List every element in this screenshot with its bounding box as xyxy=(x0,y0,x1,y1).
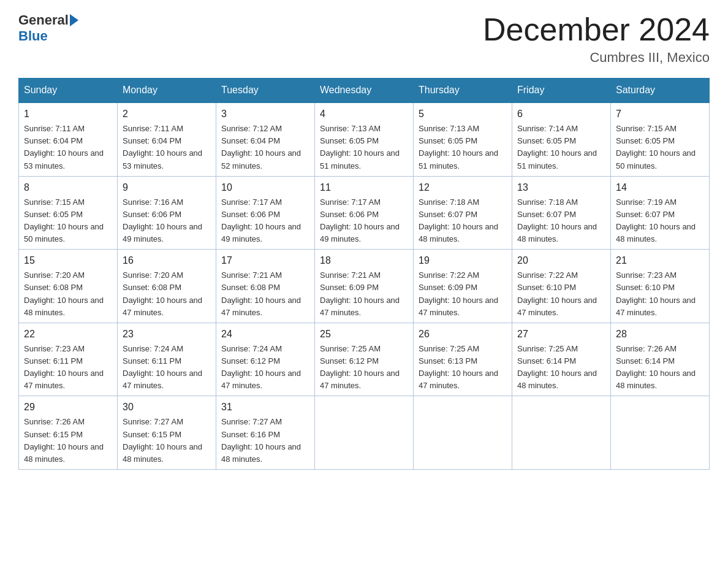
day-info: Sunrise: 7:18 AMSunset: 6:07 PMDaylight:… xyxy=(517,196,605,246)
header-monday: Monday xyxy=(118,79,216,103)
day-info: Sunrise: 7:17 AMSunset: 6:06 PMDaylight:… xyxy=(320,196,408,246)
day-info: Sunrise: 7:13 AMSunset: 6:05 PMDaylight:… xyxy=(320,123,408,172)
day-number: 22 xyxy=(24,327,112,342)
calendar-day-cell: 27Sunrise: 7:25 AMSunset: 6:14 PMDayligh… xyxy=(512,323,611,396)
calendar-week-row: 15Sunrise: 7:20 AMSunset: 6:08 PMDayligh… xyxy=(19,250,710,323)
calendar-week-row: 8Sunrise: 7:15 AMSunset: 6:05 PMDaylight… xyxy=(19,176,710,250)
logo-blue-text: Blue xyxy=(18,28,48,44)
day-number: 14 xyxy=(616,180,704,195)
day-number: 16 xyxy=(123,253,211,268)
calendar-day-cell: 14Sunrise: 7:19 AMSunset: 6:07 PMDayligh… xyxy=(611,176,710,250)
calendar-week-row: 1Sunrise: 7:11 AMSunset: 6:04 PMDaylight… xyxy=(19,102,710,176)
day-info: Sunrise: 7:15 AMSunset: 6:05 PMDaylight:… xyxy=(616,123,704,172)
calendar-day-cell: 4Sunrise: 7:13 AMSunset: 6:05 PMDaylight… xyxy=(315,102,414,176)
day-number: 31 xyxy=(221,400,309,415)
day-info: Sunrise: 7:13 AMSunset: 6:05 PMDaylight:… xyxy=(419,123,507,172)
day-info: Sunrise: 7:15 AMSunset: 6:05 PMDaylight:… xyxy=(24,196,112,246)
day-info: Sunrise: 7:21 AMSunset: 6:08 PMDaylight:… xyxy=(221,269,309,319)
calendar-day-cell: 26Sunrise: 7:25 AMSunset: 6:13 PMDayligh… xyxy=(414,323,512,396)
day-number: 19 xyxy=(419,253,507,268)
day-number: 30 xyxy=(123,400,211,415)
day-number: 2 xyxy=(123,107,211,121)
day-info: Sunrise: 7:23 AMSunset: 6:10 PMDaylight:… xyxy=(616,269,704,319)
day-number: 12 xyxy=(419,180,507,195)
day-number: 21 xyxy=(616,253,704,268)
day-number: 25 xyxy=(320,327,408,342)
calendar-day-cell: 20Sunrise: 7:22 AMSunset: 6:10 PMDayligh… xyxy=(512,250,611,323)
calendar-day-cell: 22Sunrise: 7:23 AMSunset: 6:11 PMDayligh… xyxy=(19,323,118,396)
day-info: Sunrise: 7:24 AMSunset: 6:12 PMDaylight:… xyxy=(221,343,309,393)
calendar-week-row: 29Sunrise: 7:26 AMSunset: 6:15 PMDayligh… xyxy=(19,396,710,470)
day-info: Sunrise: 7:18 AMSunset: 6:07 PMDaylight:… xyxy=(419,196,507,246)
calendar-day-cell: 17Sunrise: 7:21 AMSunset: 6:08 PMDayligh… xyxy=(216,250,315,323)
calendar-day-cell: 8Sunrise: 7:15 AMSunset: 6:05 PMDaylight… xyxy=(19,176,118,250)
header-tuesday: Tuesday xyxy=(216,79,315,103)
calendar-day-cell: 2Sunrise: 7:11 AMSunset: 6:04 PMDaylight… xyxy=(118,102,216,176)
logo-arrow-icon xyxy=(70,14,78,26)
day-number: 11 xyxy=(320,180,408,195)
day-number: 10 xyxy=(221,180,309,195)
calendar-day-cell: 1Sunrise: 7:11 AMSunset: 6:04 PMDaylight… xyxy=(19,102,118,176)
calendar-day-cell xyxy=(611,396,710,470)
day-info: Sunrise: 7:11 AMSunset: 6:04 PMDaylight:… xyxy=(123,123,211,172)
calendar-day-cell: 23Sunrise: 7:24 AMSunset: 6:11 PMDayligh… xyxy=(118,323,216,396)
day-info: Sunrise: 7:27 AMSunset: 6:15 PMDaylight:… xyxy=(123,416,211,465)
calendar-day-cell: 9Sunrise: 7:16 AMSunset: 6:06 PMDaylight… xyxy=(118,176,216,250)
header-thursday: Thursday xyxy=(414,79,512,103)
header-saturday: Saturday xyxy=(611,79,710,103)
calendar-day-cell: 19Sunrise: 7:22 AMSunset: 6:09 PMDayligh… xyxy=(414,250,512,323)
calendar-day-cell: 7Sunrise: 7:15 AMSunset: 6:05 PMDaylight… xyxy=(611,102,710,176)
day-number: 3 xyxy=(221,107,309,121)
day-info: Sunrise: 7:19 AMSunset: 6:07 PMDaylight:… xyxy=(616,196,704,246)
day-number: 9 xyxy=(123,180,211,195)
day-info: Sunrise: 7:20 AMSunset: 6:08 PMDaylight:… xyxy=(123,269,211,319)
calendar-day-cell: 24Sunrise: 7:24 AMSunset: 6:12 PMDayligh… xyxy=(216,323,315,396)
day-info: Sunrise: 7:21 AMSunset: 6:09 PMDaylight:… xyxy=(320,269,408,319)
day-number: 4 xyxy=(320,107,408,121)
day-number: 27 xyxy=(517,327,605,342)
calendar-day-cell: 16Sunrise: 7:20 AMSunset: 6:08 PMDayligh… xyxy=(118,250,216,323)
calendar-day-cell: 21Sunrise: 7:23 AMSunset: 6:10 PMDayligh… xyxy=(611,250,710,323)
day-info: Sunrise: 7:17 AMSunset: 6:06 PMDaylight:… xyxy=(221,196,309,246)
day-info: Sunrise: 7:22 AMSunset: 6:09 PMDaylight:… xyxy=(419,269,507,319)
calendar-day-cell xyxy=(512,396,611,470)
day-number: 8 xyxy=(24,180,112,195)
day-number: 17 xyxy=(221,253,309,268)
calendar-day-cell: 10Sunrise: 7:17 AMSunset: 6:06 PMDayligh… xyxy=(216,176,315,250)
calendar-day-cell: 12Sunrise: 7:18 AMSunset: 6:07 PMDayligh… xyxy=(414,176,512,250)
day-info: Sunrise: 7:22 AMSunset: 6:10 PMDaylight:… xyxy=(517,269,605,319)
day-info: Sunrise: 7:25 AMSunset: 6:14 PMDaylight:… xyxy=(517,343,605,393)
day-info: Sunrise: 7:25 AMSunset: 6:13 PMDaylight:… xyxy=(419,343,507,393)
day-number: 20 xyxy=(517,253,605,268)
calendar-day-cell: 11Sunrise: 7:17 AMSunset: 6:06 PMDayligh… xyxy=(315,176,414,250)
calendar-week-row: 22Sunrise: 7:23 AMSunset: 6:11 PMDayligh… xyxy=(19,323,710,396)
day-number: 5 xyxy=(419,107,507,121)
month-title: December 2024 xyxy=(483,12,710,47)
title-area: December 2024 Cumbres III, Mexico xyxy=(483,12,710,66)
day-number: 6 xyxy=(517,107,605,121)
day-number: 13 xyxy=(517,180,605,195)
calendar-day-cell: 15Sunrise: 7:20 AMSunset: 6:08 PMDayligh… xyxy=(19,250,118,323)
calendar-day-cell: 31Sunrise: 7:27 AMSunset: 6:16 PMDayligh… xyxy=(216,396,315,470)
header-wednesday: Wednesday xyxy=(315,79,414,103)
location-title: Cumbres III, Mexico xyxy=(483,50,710,66)
calendar-day-cell: 28Sunrise: 7:26 AMSunset: 6:14 PMDayligh… xyxy=(611,323,710,396)
calendar-day-cell: 6Sunrise: 7:14 AMSunset: 6:05 PMDaylight… xyxy=(512,102,611,176)
day-info: Sunrise: 7:20 AMSunset: 6:08 PMDaylight:… xyxy=(24,269,112,319)
calendar-day-cell: 5Sunrise: 7:13 AMSunset: 6:05 PMDaylight… xyxy=(414,102,512,176)
logo-general-text: General xyxy=(18,12,69,28)
calendar-table: SundayMondayTuesdayWednesdayThursdayFrid… xyxy=(18,78,710,470)
day-number: 28 xyxy=(616,327,704,342)
day-info: Sunrise: 7:27 AMSunset: 6:16 PMDaylight:… xyxy=(221,416,309,465)
calendar-day-cell: 25Sunrise: 7:25 AMSunset: 6:12 PMDayligh… xyxy=(315,323,414,396)
day-number: 26 xyxy=(419,327,507,342)
calendar-day-cell xyxy=(414,396,512,470)
day-number: 7 xyxy=(616,107,704,121)
day-number: 1 xyxy=(24,107,112,121)
day-info: Sunrise: 7:14 AMSunset: 6:05 PMDaylight:… xyxy=(517,123,605,172)
day-info: Sunrise: 7:26 AMSunset: 6:15 PMDaylight:… xyxy=(24,416,112,465)
calendar-day-cell: 13Sunrise: 7:18 AMSunset: 6:07 PMDayligh… xyxy=(512,176,611,250)
day-number: 18 xyxy=(320,253,408,268)
calendar-day-cell: 29Sunrise: 7:26 AMSunset: 6:15 PMDayligh… xyxy=(19,396,118,470)
day-number: 15 xyxy=(24,253,112,268)
